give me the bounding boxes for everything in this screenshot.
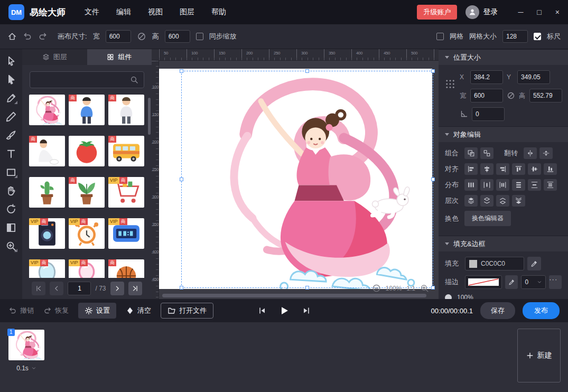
send-backward-button[interactable]	[496, 195, 509, 207]
menu-file[interactable]: 文件	[85, 7, 99, 17]
distribute-horizontal-space-button[interactable]	[496, 179, 509, 191]
zoom-tool[interactable]	[5, 240, 17, 252]
lock-ratio-icon[interactable]	[507, 91, 515, 100]
flip-vertical-button[interactable]	[539, 147, 553, 159]
component-kneeling-woman[interactable]: 商	[29, 136, 65, 166]
align-middle-vertical-button[interactable]	[528, 163, 541, 175]
transform-origin-grid-icon[interactable]	[445, 79, 455, 89]
component-basketball[interactable]: 商	[108, 259, 144, 278]
components-scrollbar[interactable]	[148, 98, 151, 135]
search-input[interactable]	[35, 76, 130, 84]
redo-icon[interactable]	[38, 32, 48, 41]
undo-button[interactable]: 撤销	[8, 306, 34, 315]
component-potted-plant[interactable]: 商	[69, 177, 105, 208]
settings-button[interactable]: 设置	[78, 303, 116, 319]
align-top-button[interactable]	[512, 163, 525, 175]
frame-duration-select[interactable]: 0.1s	[8, 365, 44, 372]
upgrade-account-button[interactable]: 升级账户	[417, 5, 457, 20]
zoom-ratio[interactable]: 1:1	[406, 285, 415, 292]
height-input[interactable]	[529, 89, 562, 102]
pencil-tool[interactable]	[5, 111, 17, 123]
component-school-bus[interactable]: 商	[108, 136, 144, 166]
maximize-button[interactable]: □	[537, 8, 541, 16]
component-cactus[interactable]	[29, 177, 65, 208]
distribute-vertical-space-button[interactable]	[544, 179, 557, 191]
bring-forward-button[interactable]	[480, 195, 493, 207]
bring-to-front-button[interactable]	[464, 195, 478, 207]
width-input[interactable]	[470, 89, 503, 102]
stroke-color-control[interactable]	[465, 275, 502, 289]
stroke-width-select[interactable]: 0	[521, 275, 546, 289]
component-mirror[interactable]: VIP商	[29, 259, 65, 278]
section-object-edit[interactable]: 对象编辑	[439, 126, 568, 142]
grid-size-input[interactable]	[502, 30, 528, 43]
distribute-horizontal-button[interactable]	[464, 179, 478, 191]
node-select-tool[interactable]	[5, 74, 17, 86]
component-man-blue-shirt[interactable]: 商	[69, 95, 105, 125]
page-input[interactable]	[68, 282, 91, 295]
stroke-eyedropper-button[interactable]	[505, 275, 518, 289]
prev-frame-button[interactable]	[258, 306, 266, 315]
tab-layers[interactable]: 图层	[22, 49, 87, 65]
pen-tool[interactable]	[5, 92, 17, 104]
component-shopping-cart[interactable]: VIP商	[108, 177, 144, 208]
clear-button[interactable]: 清空	[126, 306, 151, 315]
component-fairy-dancer[interactable]	[29, 95, 65, 125]
component-vanity-mirror[interactable]: VIP商	[69, 259, 105, 278]
y-input[interactable]	[517, 70, 550, 84]
send-to-back-button[interactable]	[512, 195, 525, 207]
group-button[interactable]	[464, 147, 478, 159]
canvas-horizontal-scrollbar[interactable]	[162, 294, 426, 297]
distribute-horizontal-center-button[interactable]	[480, 179, 493, 191]
text-tool[interactable]	[5, 148, 17, 160]
align-left-button[interactable]	[464, 163, 478, 175]
component-washing-machine[interactable]: VIP商	[29, 218, 65, 249]
next-page-button[interactable]	[110, 282, 124, 295]
rotation-input[interactable]	[472, 107, 505, 121]
fill-color-control[interactable]: C0C0C0	[465, 257, 524, 270]
flip-horizontal-button[interactable]	[524, 147, 537, 159]
gradient-tool[interactable]	[5, 222, 17, 234]
canvas-height-input[interactable]	[165, 30, 190, 43]
canvas[interactable]	[159, 69, 432, 289]
open-file-button[interactable]: 打开文件	[161, 303, 213, 319]
section-position-size[interactable]: 位置大小	[439, 49, 568, 65]
distribute-vertical-center-button[interactable]	[528, 179, 541, 191]
ruler-checkbox[interactable]	[534, 33, 541, 40]
new-frame-button[interactable]: 新建	[517, 329, 561, 382]
last-page-button[interactable]	[128, 282, 142, 295]
component-tomato[interactable]	[69, 136, 105, 166]
home-icon[interactable]	[7, 32, 17, 41]
select-tool[interactable]	[5, 55, 17, 67]
redo-button[interactable]: 恢复	[43, 306, 69, 315]
minimize-button[interactable]: ─	[518, 8, 523, 16]
login-button[interactable]: 登录	[465, 5, 498, 19]
section-fill-stroke[interactable]: 填充&边框	[439, 236, 568, 251]
prev-page-button[interactable]	[50, 282, 63, 295]
ungroup-button[interactable]	[480, 147, 493, 159]
undo-icon[interactable]	[23, 32, 32, 41]
opacity-knob[interactable]	[445, 294, 452, 300]
menu-help[interactable]: 帮助	[211, 7, 226, 17]
fill-eyedropper-button[interactable]	[527, 257, 541, 270]
component-alarm-clock[interactable]: VIP商	[69, 218, 105, 249]
save-button[interactable]: 保存	[480, 302, 515, 319]
fairy-illustration[interactable]	[159, 69, 432, 289]
search-icon[interactable]	[130, 76, 138, 84]
distribute-vertical-button[interactable]	[512, 179, 525, 191]
zoom-out-icon[interactable]	[372, 284, 381, 293]
frame-thumbnail-1[interactable]: 1	[8, 330, 44, 360]
grid-checkbox[interactable]	[436, 33, 444, 40]
close-button[interactable]: ×	[555, 8, 560, 16]
hand-tool[interactable]	[5, 185, 17, 197]
align-center-horizontal-button[interactable]	[480, 163, 493, 175]
zoom-in-icon[interactable]	[420, 284, 429, 293]
brush-tool[interactable]	[5, 129, 17, 141]
tab-components[interactable]: 组件	[87, 49, 152, 65]
menu-edit[interactable]: 编辑	[116, 7, 131, 17]
menu-layer[interactable]: 图层	[180, 7, 194, 17]
stroke-more-button[interactable]: ···	[549, 275, 562, 289]
align-right-button[interactable]	[496, 163, 509, 175]
first-page-button[interactable]	[32, 282, 45, 295]
play-button[interactable]	[279, 305, 290, 316]
